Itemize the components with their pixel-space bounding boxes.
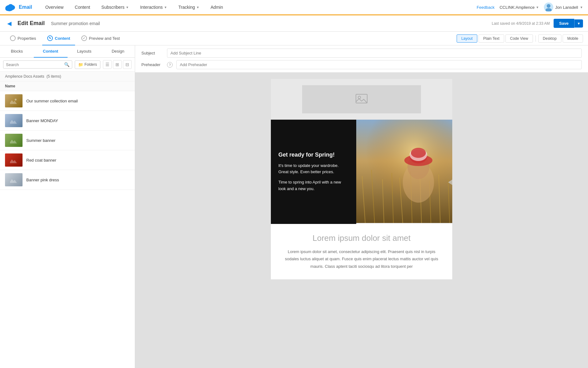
nav-subscribers[interactable]: Subscribers ▼ [96, 0, 134, 15]
tab-preview[interactable]: ✓ Preview and Test [76, 32, 125, 45]
filter-icon: ⊟ [125, 62, 129, 67]
toolbar-icons: ☰ ⊞ ⊟ [103, 60, 132, 69]
thumb-image-icon-4 [9, 157, 18, 163]
list-item[interactable]: Our summer collection email [0, 91, 135, 111]
save-btn-group: Save ▼ [554, 19, 583, 28]
edit-header-right: Last saved on 4/9/2019 at 2:33 AM Save ▼ [492, 19, 583, 28]
panel-tab-content[interactable]: Content [34, 45, 68, 58]
svg-rect-16 [356, 120, 452, 223]
spring-headline: Get ready for Spring! [278, 151, 349, 158]
email-fields: Subject Preheader ? [135, 45, 588, 73]
list-item[interactable]: Banner pink dress [0, 170, 135, 190]
save-dropdown-button[interactable]: ▼ [574, 19, 583, 28]
thumb-image-icon-1 [9, 98, 18, 104]
grid-view-button[interactable]: ⊞ [113, 60, 122, 69]
app-logo[interactable]: Email [5, 3, 32, 11]
last-saved-text: Last saved on 4/9/2019 at 2:33 AM [492, 21, 550, 26]
spring-body: It's time to update your wardrobe. Great… [278, 163, 349, 176]
email-preview-wrapper: Get ready for Spring! It's time to updat… [135, 73, 588, 368]
top-nav: Email Overview Content Subscribers ▼ Int… [0, 0, 588, 15]
panel-tab-layouts[interactable]: Layouts [68, 45, 101, 58]
subscribers-caret-icon: ▼ [126, 6, 129, 9]
spring-image-block [356, 120, 452, 224]
main-area: Blocks Content Layouts Design 🔍 📁 Folder… [0, 45, 588, 368]
thumb-image-icon-3 [9, 137, 18, 143]
tab-properties[interactable]: Properties [5, 32, 41, 45]
asset-thumbnail-5 [5, 173, 23, 186]
edit-header: ◀ Edit Email Summer promotion email Last… [0, 15, 588, 32]
image-placeholder-box [302, 85, 421, 113]
svg-point-32 [411, 148, 426, 158]
save-button[interactable]: Save [554, 19, 574, 28]
list-item[interactable]: Red coat banner [0, 150, 135, 170]
layout-view-button[interactable]: Layout [457, 34, 477, 43]
interactions-caret-icon: ▼ [164, 6, 167, 9]
list-icon: ☰ [105, 62, 109, 67]
save-caret-icon: ▼ [577, 22, 580, 25]
asset-name-4: Red coat banner [26, 158, 56, 163]
mobile-view-button[interactable]: Mobile [563, 34, 583, 43]
spring-text-block: Get ready for Spring! It's time to updat… [271, 120, 356, 224]
plain-text-button[interactable]: Plain Text [479, 34, 504, 43]
view-separator [535, 35, 536, 42]
filter-button[interactable]: ⊟ [123, 60, 132, 69]
lorem-section: Lorem ipsum dolor sit amet Lorem ipsum d… [271, 224, 452, 279]
preheader-help-icon[interactable]: ? [167, 62, 173, 68]
preheader-input[interactable] [176, 60, 582, 69]
nav-items: Overview Content Subscribers ▼ Interacti… [40, 0, 477, 15]
list-view-button[interactable]: ☰ [103, 60, 112, 69]
panel-tabs: Blocks Content Layouts Design [0, 45, 135, 58]
asset-list: Our summer collection email Banner MONDA… [0, 91, 135, 368]
spring-sub: Time to spring into April with a new loo… [278, 179, 349, 192]
nav-interactions[interactable]: Interactions ▼ [134, 0, 173, 15]
list-item[interactable]: Banner MONDAY [0, 111, 135, 131]
folders-button[interactable]: 📁 Folders [75, 60, 100, 69]
image-placeholder-icon [355, 94, 368, 105]
preheader-row: Preheader ? [141, 60, 582, 69]
asset-thumbnail-3 [5, 134, 23, 147]
svg-point-4 [547, 4, 550, 8]
asset-name-5: Banner pink dress [26, 178, 59, 182]
content-tab-icon: ✎ [47, 35, 53, 41]
asset-name-2: Banner MONDAY [26, 118, 58, 123]
nav-content[interactable]: Content [69, 0, 96, 15]
list-item[interactable]: Summer banner [0, 131, 135, 150]
code-view-button[interactable]: Code View [505, 34, 533, 43]
nav-overview[interactable]: Overview [40, 0, 69, 15]
panel-tab-design[interactable]: Design [101, 45, 135, 58]
spring-banner: Get ready for Spring! It's time to updat… [271, 120, 452, 224]
asset-list-header: Amplience Docs Assets (5 items) [0, 72, 135, 81]
lorem-text: Lorem ipsum dolor sit amet, consectetur … [283, 248, 440, 270]
svg-point-7 [15, 99, 17, 101]
tracking-caret-icon: ▼ [196, 6, 199, 9]
thumb-image-icon-5 [9, 177, 18, 183]
svg-point-5 [545, 8, 552, 11]
asset-table-header: Name [0, 81, 135, 91]
asset-thumbnail-2 [5, 114, 23, 127]
feedback-link[interactable]: Feedback [477, 5, 494, 10]
subject-label: Subject [141, 51, 163, 55]
lorem-title: Lorem ipsum dolor sit amet [283, 233, 440, 243]
thumb-image-icon-2 [9, 117, 18, 124]
preheader-label: Preheader [141, 62, 163, 67]
grid-icon: ⊞ [115, 62, 119, 67]
email-preview: Get ready for Spring! It's time to updat… [271, 79, 452, 279]
user-name: Jon Lansdell [555, 5, 578, 10]
nav-admin[interactable]: Admin [205, 0, 229, 15]
view-buttons-right: Layout Plain Text Code View Desktop Mobi… [457, 34, 583, 43]
search-box[interactable]: 🔍 [3, 60, 72, 69]
folder-icon: 📁 [78, 62, 83, 67]
tab-content[interactable]: ✎ Content [42, 32, 75, 45]
back-arrow-icon: ◀ [7, 20, 12, 27]
user-caret-icon: ▼ [580, 6, 583, 9]
panel-tab-blocks[interactable]: Blocks [0, 45, 34, 58]
nav-tracking[interactable]: Tracking ▼ [173, 0, 205, 15]
search-input[interactable] [6, 62, 62, 67]
search-icon: 🔍 [64, 62, 69, 67]
subject-input[interactable] [167, 49, 582, 58]
org-selector[interactable]: CCLINK:Amplience ▼ [499, 5, 539, 10]
user-menu[interactable]: Jon Lansdell ▼ [544, 3, 583, 12]
desktop-view-button[interactable]: Desktop [538, 34, 561, 43]
preview-tab-icon: ✓ [81, 35, 87, 41]
back-button[interactable]: ◀ [5, 19, 14, 28]
